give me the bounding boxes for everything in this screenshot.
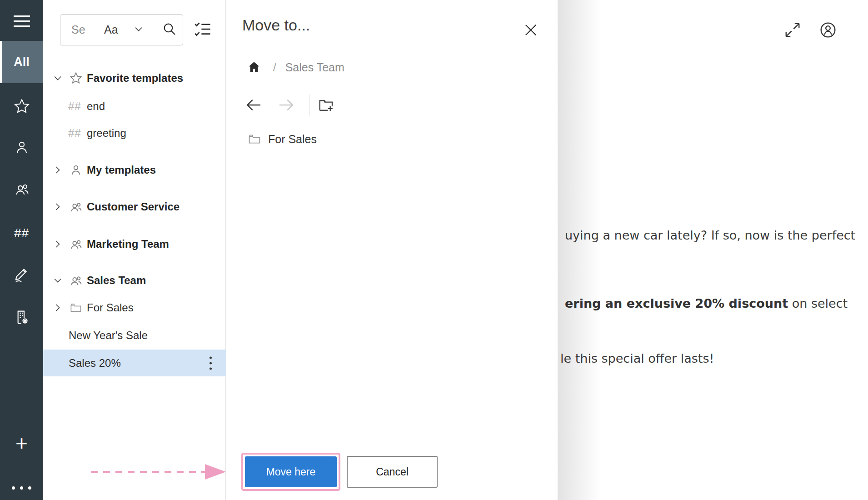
- new-folder-button[interactable]: [317, 95, 335, 115]
- app-rail: All ##: [0, 0, 43, 500]
- back-button[interactable]: [244, 95, 263, 115]
- person-icon: [14, 139, 30, 155]
- star-icon: [13, 98, 30, 115]
- rail-item-signatures[interactable]: [0, 264, 43, 284]
- rail-item-favorites[interactable]: [0, 96, 43, 116]
- annotation-arrow-line: [91, 471, 206, 473]
- hash-prefix: ##: [68, 100, 81, 113]
- multi-select-button[interactable]: [193, 20, 212, 41]
- email-regular-fragment: on select: [788, 296, 848, 310]
- item-menu-button[interactable]: [207, 354, 215, 372]
- account-button[interactable]: [818, 20, 838, 40]
- toolbar-divider: [309, 95, 309, 115]
- dialog-folder-item-for-sales[interactable]: For Sales: [226, 128, 544, 150]
- team-icon: [68, 237, 84, 251]
- search-icon: [162, 21, 177, 37]
- chevron-down-icon: [133, 23, 145, 35]
- tree-item-label: Favorite templates: [87, 72, 183, 85]
- team-icon: [68, 273, 84, 288]
- search-input[interactable]: [71, 23, 98, 36]
- breadcrumb-home-button[interactable]: [247, 60, 261, 75]
- tree-item-label: New Year's Sale: [69, 329, 148, 342]
- folder-icon: [247, 132, 262, 146]
- organization-settings-icon: [13, 308, 31, 326]
- tree-item-marketing-team[interactable]: Marketing Team: [43, 233, 226, 255]
- tree-item-favorite-templates[interactable]: Favorite templates: [43, 67, 226, 89]
- dialog-toolbar: [244, 94, 335, 116]
- forward-button[interactable]: [277, 95, 295, 115]
- dialog-title: Move to...: [242, 16, 310, 34]
- folder-icon: [68, 301, 84, 315]
- team-icon: [13, 180, 30, 198]
- templates-tree-panel: Aa: [43, 0, 226, 500]
- tree-item-label: end: [87, 100, 105, 113]
- expand-button[interactable]: [783, 20, 803, 40]
- new-folder-icon: [317, 96, 335, 114]
- chevron-down-icon[interactable]: [51, 275, 64, 286]
- chevron-right-icon[interactable]: [51, 201, 64, 212]
- main-content-pane: uying a new car lately? If so, now is th…: [558, 0, 868, 500]
- chevron-right-icon[interactable]: [51, 239, 64, 250]
- chevron-down-icon[interactable]: [51, 73, 64, 84]
- close-button[interactable]: [521, 20, 541, 40]
- rail-item-all[interactable]: All: [0, 41, 43, 83]
- person-circle-icon: [819, 21, 837, 39]
- email-text-line: uying a new car lately? If so, now is th…: [565, 228, 855, 242]
- rail-item-shortcuts[interactable]: ##: [0, 223, 43, 243]
- tree-item-customer-service[interactable]: Customer Service: [43, 196, 226, 218]
- tree-item-for-sales[interactable]: For Sales: [43, 297, 226, 319]
- close-icon: [523, 22, 539, 38]
- dialog-drop-shadow: [558, 0, 601, 500]
- tree-item-new-years-sale[interactable]: New Year's Sale: [43, 325, 226, 346]
- star-icon: [68, 71, 84, 85]
- tree-item-sales-20[interactable]: Sales 20%: [43, 350, 226, 376]
- email-text-line: le this special offer lasts!: [560, 351, 714, 365]
- tree-item-label: Marketing Team: [87, 238, 169, 250]
- dialog-folder-name: For Sales: [268, 133, 317, 146]
- person-icon: [68, 163, 84, 177]
- add-button[interactable]: +: [0, 432, 43, 455]
- forward-arrow-icon: [277, 96, 295, 114]
- tree-item-label: Customer Service: [87, 200, 180, 213]
- match-case-toggle[interactable]: Aa: [104, 23, 118, 36]
- rail-all-label: All: [14, 55, 30, 69]
- cancel-button[interactable]: Cancel: [347, 456, 438, 488]
- tree-item-label: Sales Team: [87, 274, 146, 287]
- tree-item-label: For Sales: [87, 301, 134, 314]
- rail-item-organization[interactable]: [0, 307, 43, 327]
- more-button[interactable]: [0, 481, 43, 495]
- back-arrow-icon: [244, 96, 263, 114]
- move-here-button[interactable]: Move here: [245, 456, 337, 487]
- menu-button[interactable]: [0, 11, 43, 31]
- search-options-chevron[interactable]: [133, 23, 145, 37]
- tree-item-end[interactable]: ## end: [43, 95, 226, 117]
- annotation-arrow-head: [205, 464, 226, 480]
- breadcrumb-separator: /: [273, 61, 276, 74]
- breadcrumb: / Sales Team: [247, 60, 344, 75]
- rail-item-my-templates[interactable]: [0, 137, 43, 157]
- tree-item-greeting[interactable]: ## greeting: [43, 122, 226, 144]
- hash-prefix: ##: [68, 127, 81, 140]
- chevron-right-icon[interactable]: [51, 165, 64, 175]
- tree-item-sales-team[interactable]: Sales Team: [43, 270, 226, 291]
- team-icon: [68, 200, 84, 214]
- more-icon: [12, 486, 31, 490]
- email-bold-fragment: ering an exclusive 20% discount: [565, 296, 788, 310]
- chevron-right-icon[interactable]: [51, 302, 64, 313]
- app-window: uying a new car lately? If so, now is th…: [0, 0, 868, 500]
- tree-item-label: Sales 20%: [69, 357, 121, 370]
- search-submit[interactable]: [162, 21, 177, 39]
- signature-pen-icon: [13, 265, 31, 283]
- breadcrumb-current: Sales Team: [285, 61, 344, 74]
- menu-icon: [14, 15, 30, 17]
- selected-indicator: [0, 41, 2, 83]
- search-box: Aa: [60, 14, 183, 45]
- home-icon: [247, 60, 261, 75]
- checklist-icon: [193, 20, 212, 39]
- dialog-buttons: Move here Cancel: [241, 453, 438, 491]
- move-here-highlight-ring: Move here: [241, 453, 340, 491]
- tree-item-my-templates[interactable]: My templates: [43, 159, 226, 181]
- rail-item-teams[interactable]: [0, 179, 43, 199]
- email-text-line: ering an exclusive 20% discount on selec…: [565, 296, 848, 310]
- expand-icon: [784, 21, 801, 39]
